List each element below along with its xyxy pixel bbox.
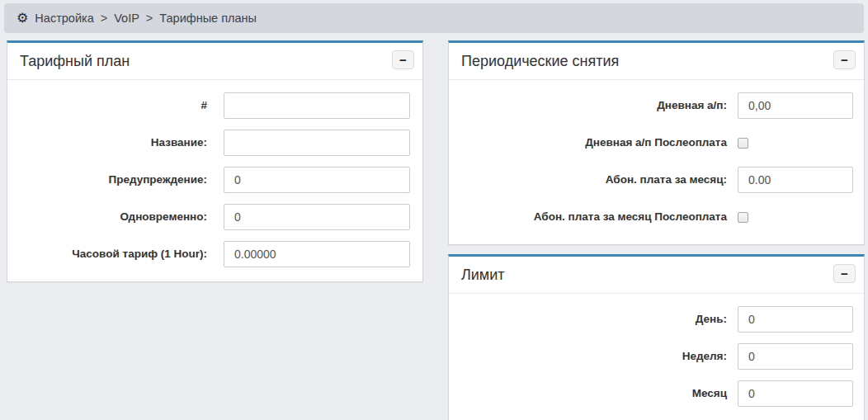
tariff-plan-panel: Тарифный план − # Название: Предупрежден… — [7, 40, 423, 282]
breadcrumb-separator: > — [146, 12, 153, 25]
field-label: Абон. плата за месяц: — [461, 173, 727, 187]
collapse-button[interactable]: − — [833, 50, 856, 69]
left-column: Тарифный план − # Название: Предупрежден… — [7, 40, 423, 291]
form-row: # — [20, 92, 410, 119]
tariff-plan-panel-header: Тарифный план − — [7, 43, 422, 80]
warning-input[interactable] — [224, 167, 410, 193]
limit-panel-body: День: Неделя: Месяц — [449, 294, 864, 420]
field-label: Одновременно: — [20, 210, 207, 224]
monthly-fee-postpaid-checkbox[interactable] — [738, 212, 748, 223]
field-label: Дневная а/п Послеоплата — [461, 136, 727, 150]
breadcrumb-separator: > — [101, 12, 107, 25]
breadcrumb-item-settings[interactable]: Настройка — [35, 12, 93, 25]
panel-title: Лимит — [461, 267, 505, 283]
field-label: Абон. плата за месяц Послеоплата — [461, 210, 727, 224]
form-row: Абон. плата за месяц Послеоплата — [461, 204, 851, 230]
form-row: День: — [461, 306, 851, 333]
month-limit-input[interactable] — [738, 380, 853, 407]
field-label: Предупреждение: — [20, 173, 207, 187]
form-row: Абон. плата за месяц: — [461, 167, 851, 193]
field-label: # — [20, 99, 207, 113]
form-row: Неделя: — [461, 343, 851, 370]
hourly-rate-input[interactable] — [224, 241, 410, 267]
tariff-name-input[interactable] — [224, 130, 410, 156]
field-label: Часовой тариф (1 Hour): — [20, 248, 207, 262]
form-row: Дневная а/п Послеоплата — [461, 130, 851, 156]
breadcrumb: ⚙ Настройка > VoIP > Тарифные планы — [4, 3, 864, 33]
breadcrumb-item-voip[interactable]: VoIP — [114, 12, 139, 25]
field-label: Название: — [20, 136, 207, 150]
panel-title: Тарифный план — [20, 53, 130, 69]
form-row: Дневная а/п: — [461, 92, 851, 119]
field-label: Месяц — [461, 387, 727, 401]
daily-fee-input[interactable] — [738, 92, 853, 119]
form-row: Предупреждение: — [20, 167, 410, 193]
week-limit-input[interactable] — [738, 343, 853, 370]
field-label: День: — [461, 313, 727, 327]
limit-panel-header: Лимит − — [449, 257, 864, 294]
main-content: Тарифный план − # Название: Предупрежден… — [0, 33, 868, 420]
right-column: Периодические снятия − Дневная а/п: Днев… — [448, 40, 865, 420]
limit-panel: Лимит − День: Неделя: Месяц — [448, 254, 865, 420]
collapse-button[interactable]: − — [833, 264, 856, 283]
tariff-number-input[interactable] — [224, 92, 410, 119]
periodic-charges-panel-header: Периодические снятия − — [449, 43, 864, 80]
periodic-charges-panel: Периодические снятия − Дневная а/п: Днев… — [448, 40, 865, 245]
tariff-plan-panel-body: # Название: Предупреждение: Одновременно… — [7, 80, 422, 281]
periodic-charges-panel-body: Дневная а/п: Дневная а/п Послеоплата Або… — [449, 80, 864, 244]
form-row: Название: — [20, 130, 410, 156]
field-label: Неделя: — [461, 350, 727, 364]
day-limit-input[interactable] — [738, 306, 853, 333]
simultaneous-input[interactable] — [224, 204, 410, 230]
collapse-button[interactable]: − — [392, 50, 414, 69]
panel-title: Периодические снятия — [461, 53, 619, 69]
form-row: Одновременно: — [20, 204, 410, 230]
form-row: Часовой тариф (1 Hour): — [20, 241, 410, 267]
field-label: Дневная а/п: — [461, 99, 727, 113]
monthly-fee-input[interactable] — [738, 167, 853, 193]
daily-fee-postpaid-checkbox[interactable] — [738, 138, 748, 149]
form-row: Месяц — [461, 380, 851, 407]
breadcrumb-item-tariff-plans: Тарифные планы — [159, 12, 257, 25]
gear-icon: ⚙ — [17, 12, 28, 25]
